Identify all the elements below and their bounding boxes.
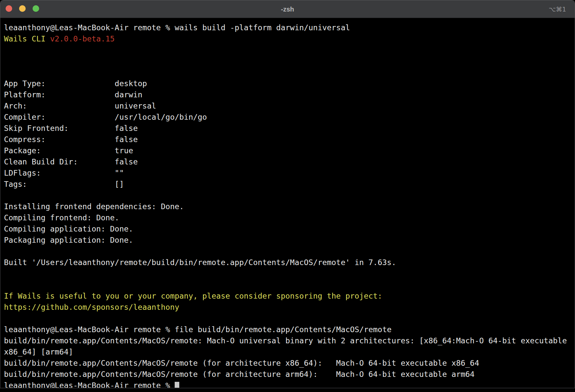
config-row: Platform: darwin: [4, 90, 142, 99]
terminal-line: [4, 44, 575, 56]
terminal-line: x86_64] [arm64]: [4, 346, 575, 357]
build-config-line: Compiler: /usr/local/go/bin/go: [4, 111, 575, 123]
terminal-window: -zsh ⌥⌘1 leaanthony@Leas-MacBook-Air rem…: [0, 0, 575, 388]
terminal-line: [4, 279, 575, 290]
terminal-line: [4, 313, 575, 324]
terminal-line: build/bin/remote.app/Contents/MacOS/remo…: [4, 357, 575, 369]
terminal-line: If Wails is useful to you or your compan…: [4, 290, 575, 302]
build-config-line: Clean Build Dir: false: [4, 156, 575, 167]
desktop-background: { "window": { "title": "-zsh", "shortcut…: [0, 0, 575, 392]
build-config-line: App Type: desktop: [4, 78, 575, 89]
terminal-text: build/bin/remote.app/Contents/MacOS/remo…: [4, 370, 475, 379]
shell-command: wails build -platform darwin/universal: [175, 23, 350, 32]
terminal-text: build/bin/remote.app/Contents/MacOS/remo…: [4, 336, 567, 345]
terminal-text: build/bin/remote.app/Contents/MacOS/remo…: [4, 358, 479, 367]
terminal-line: [4, 190, 575, 201]
build-config-line: Arch: universal: [4, 100, 575, 111]
prompt-line: leaanthony@Leas-MacBook-Air remote %: [4, 380, 575, 388]
titlebar[interactable]: -zsh ⌥⌘1: [0, 0, 575, 18]
shell-prompt: leaanthony@Leas-MacBook-Air remote %: [4, 381, 175, 388]
config-row: Package: true: [4, 146, 133, 155]
shell-prompt: leaanthony@Leas-MacBook-Air remote %: [4, 325, 175, 334]
terminal-text: Built '/Users/leaanthony/remote/build/bi…: [4, 258, 396, 267]
terminal-line: Installing frontend dependencies: Done.: [4, 201, 575, 212]
terminal-line: build/bin/remote.app/Contents/MacOS/remo…: [4, 335, 575, 346]
terminal-cursor: [175, 382, 179, 388]
window-controls: [6, 5, 39, 12]
window-shortcut-badge: ⌥⌘1: [549, 0, 566, 18]
terminal-content[interactable]: leaanthony@Leas-MacBook-Air remote % wai…: [0, 18, 575, 388]
terminal-line: [4, 246, 575, 257]
config-row: Tags: []: [4, 180, 124, 188]
shell-command: file build/bin/remote.app/Contents/MacOS…: [175, 325, 391, 334]
terminal-line: Wails CLI v2.0.0-beta.15: [4, 33, 575, 44]
close-button[interactable]: [6, 5, 12, 12]
terminal-line: [4, 67, 575, 78]
terminal-text: Packaging application: Done.: [4, 235, 133, 244]
prompt-line: leaanthony@Leas-MacBook-Air remote % wai…: [4, 22, 575, 33]
config-row: App Type: desktop: [4, 79, 147, 88]
terminal-text: Compiling frontend: Done.: [4, 213, 119, 222]
terminal-text: Installing frontend dependencies: Done.: [4, 202, 184, 211]
terminal-line: [4, 268, 575, 279]
window-title: -zsh: [0, 0, 575, 18]
terminal-line: build/bin/remote.app/Contents/MacOS/remo…: [4, 369, 575, 380]
terminal-text: Compiling application: Done.: [4, 224, 133, 233]
config-row: Compress: false: [4, 135, 138, 144]
config-row: Arch: universal: [4, 101, 156, 110]
terminal-line: Built '/Users/leaanthony/remote/build/bi…: [4, 257, 575, 268]
terminal-line: Compiling frontend: Done.: [4, 212, 575, 223]
config-row: Skip Frontend: false: [4, 124, 138, 133]
terminal-line: Packaging application: Done.: [4, 234, 575, 246]
build-config-line: LDFlags: "": [4, 167, 575, 179]
terminal-line: Compiling application: Done.: [4, 223, 575, 234]
shell-prompt: leaanthony@Leas-MacBook-Air remote %: [4, 23, 175, 32]
build-config-line: Tags: []: [4, 179, 575, 190]
terminal-text: Wails CLI: [4, 34, 50, 43]
config-row: Compiler: /usr/local/go/bin/go: [4, 112, 207, 121]
build-config-line: Package: true: [4, 145, 575, 156]
terminal-text: If Wails is useful to you or your compan…: [4, 291, 382, 300]
build-config-line: Compress: false: [4, 134, 575, 145]
terminal-text: x86_64] [arm64]: [4, 347, 73, 356]
terminal-line: [4, 56, 575, 67]
zoom-button[interactable]: [33, 5, 39, 12]
config-row: Clean Build Dir: false: [4, 157, 138, 166]
terminal-text: v2.0.0-beta.15: [50, 34, 114, 43]
minimize-button[interactable]: [19, 5, 26, 12]
build-config-line: Skip Frontend: false: [4, 123, 575, 134]
terminal-text: https://github.com/sponsors/leaanthony: [4, 303, 179, 311]
prompt-line: leaanthony@Leas-MacBook-Air remote % fil…: [4, 324, 575, 335]
build-config-line: Platform: darwin: [4, 89, 575, 100]
config-row: LDFlags: "": [4, 168, 124, 177]
sponsor-link[interactable]: https://github.com/sponsors/leaanthony: [4, 302, 575, 313]
